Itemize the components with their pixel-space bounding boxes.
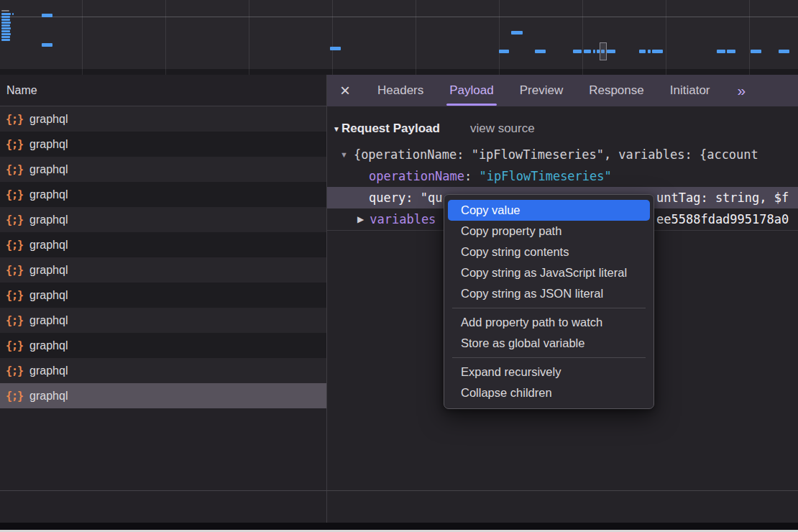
request-row-graphql[interactable]: {;}graphql (0, 157, 326, 182)
request-name-label: graphql (29, 214, 68, 226)
request-timing-bar (573, 50, 582, 53)
collapse-section-icon[interactable]: ▼ (333, 125, 340, 133)
request-name-label: graphql (29, 364, 68, 377)
request-timing-bar (648, 50, 651, 53)
property-key: query (369, 191, 405, 205)
request-row-graphql[interactable]: {;}graphql (0, 182, 326, 207)
request-timing-bar (1, 19, 10, 21)
more-tabs-icon[interactable]: » (738, 82, 746, 99)
tab-response[interactable]: Response (589, 75, 644, 106)
request-row-graphql[interactable]: {;}graphql (0, 207, 326, 232)
request-timing-bar (1, 16, 10, 18)
json-file-icon: {;} (6, 390, 23, 403)
menu-item-store-as-global-variable[interactable]: Store as global variable (448, 333, 650, 354)
menu-separator (452, 357, 646, 358)
overview-gridline (666, 0, 666, 75)
collapse-node-icon[interactable]: ▼ (340, 150, 348, 159)
json-file-icon: {;} (6, 138, 23, 151)
request-timing-bar (727, 50, 735, 53)
operation-name-row[interactable]: operationName: "ipFlowTimeseries" (327, 165, 798, 187)
menu-item-copy-property-path[interactable]: Copy property path (448, 221, 650, 242)
expand-node-icon[interactable]: ▶ (357, 214, 364, 224)
view-source-link[interactable]: view source (470, 121, 535, 136)
tab-payload[interactable]: Payload (449, 75, 493, 106)
overview-gridline (416, 0, 416, 75)
json-file-icon: {;} (6, 264, 23, 277)
overview-gridline-horizontal (0, 17, 798, 17)
tab-preview[interactable]: Preview (520, 75, 563, 106)
json-file-icon: {;} (6, 239, 23, 252)
menu-item-copy-string-as-json-literal[interactable]: Copy string as JSON literal (448, 283, 650, 304)
menu-item-copy-value[interactable]: Copy value (448, 200, 650, 221)
request-row-graphql[interactable]: {;}graphql (0, 232, 326, 257)
request-name-label: graphql (29, 163, 68, 176)
json-file-icon: {;} (6, 188, 23, 201)
overview-gridline (165, 0, 166, 75)
tab-initiator[interactable]: Initiator (670, 75, 710, 106)
request-row-graphql[interactable]: {;}graphql (0, 358, 326, 383)
request-timing-bar (1, 30, 10, 32)
context-menu: Copy valueCopy property pathCopy string … (444, 194, 654, 409)
request-timing-bar (779, 50, 789, 53)
query-value-fragment: untTag: string, $f (656, 187, 789, 208)
json-file-icon: {;} (6, 339, 23, 352)
overview-bottom-strip (0, 69, 798, 75)
request-row-graphql[interactable]: {;}graphql (0, 257, 326, 283)
request-timing-bar (593, 50, 595, 53)
json-file-icon: {;} (6, 364, 23, 377)
request-name-label: graphql (29, 289, 68, 302)
selected-tab-underline (446, 104, 496, 106)
menu-item-copy-string-as-javascript-literal[interactable]: Copy string as JavaScript literal (448, 262, 650, 283)
overview-gridline (749, 0, 750, 75)
window-bottom-bar (0, 523, 798, 530)
request-timing-bar (584, 50, 591, 53)
request-timing-bar (1, 10, 9, 12)
menu-item-add-property-path-to-watch[interactable]: Add property path to watch (448, 312, 650, 333)
network-overview-timeline[interactable] (0, 0, 798, 75)
request-name-label: graphql (29, 138, 68, 151)
payload-summary-row[interactable]: ▼{operationName: "ipFlowTimeseries", var… (327, 144, 798, 165)
request-row-graphql[interactable]: {;}graphql (0, 308, 326, 333)
request-timing-bar (1, 33, 11, 35)
request-timing-bar (652, 50, 663, 53)
menu-item-copy-string-contents[interactable]: Copy string contents (448, 242, 650, 262)
request-timing-bar (1, 36, 10, 38)
selected-request-marker (600, 42, 607, 60)
tab-headers[interactable]: Headers (377, 75, 423, 106)
json-file-icon: {;} (6, 314, 23, 327)
request-name-label: graphql (29, 113, 68, 126)
request-timing-bar (535, 50, 546, 53)
name-column-label: Name (6, 84, 37, 97)
property-key: variables (370, 212, 436, 226)
footer-divider (0, 490, 798, 491)
json-file-icon: {;} (6, 289, 23, 302)
overview-gridline (499, 0, 500, 75)
request-row-graphql[interactable]: {;}graphql (0, 333, 326, 358)
request-timing-bar (42, 43, 52, 47)
overview-gridline (82, 0, 83, 75)
menu-item-expand-recursively[interactable]: Expand recursively (448, 362, 650, 382)
request-timing-bar (1, 22, 11, 24)
property-key: operationName (369, 169, 464, 183)
request-timing-bar (607, 50, 615, 53)
request-name-label: graphql (29, 339, 68, 352)
request-timing-bar (717, 50, 725, 53)
request-row-graphql[interactable]: {;}graphql (0, 132, 326, 157)
close-icon[interactable]: × (340, 83, 350, 98)
request-timing-bar (330, 47, 341, 50)
request-name-label: graphql (29, 188, 68, 201)
name-column-header[interactable]: Name (0, 75, 326, 106)
request-row-graphql[interactable]: {;}graphql (0, 383, 326, 408)
key-value-separator: : (464, 169, 479, 183)
request-timing-bar (42, 14, 52, 17)
json-file-icon: {;} (6, 214, 23, 226)
overview-gridline (332, 0, 333, 75)
detail-tab-bar: × HeadersPayloadPreviewResponseInitiator… (327, 75, 798, 106)
request-row-graphql[interactable]: {;}graphql (0, 283, 326, 308)
request-row-graphql[interactable]: {;}graphql (0, 106, 326, 132)
devtools-network-panel: Name {;}graphql{;}graphql{;}graphql{;}gr… (0, 0, 798, 532)
json-file-icon: {;} (6, 113, 23, 126)
menu-item-collapse-children[interactable]: Collapse children (448, 382, 650, 403)
request-name-label: graphql (29, 264, 68, 277)
request-timing-bar (1, 13, 11, 15)
